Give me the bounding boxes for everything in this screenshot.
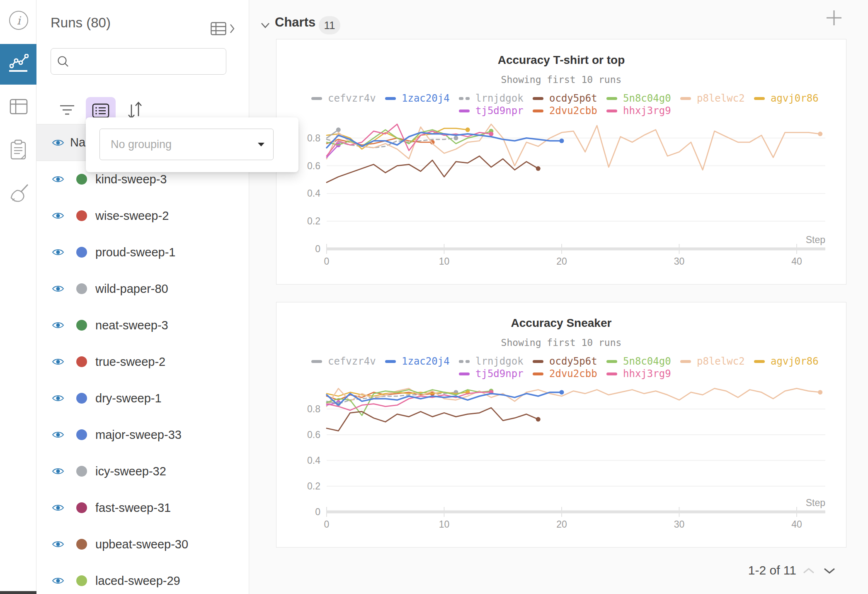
eye-icon[interactable] bbox=[52, 138, 64, 147]
chart-subtitle: Showing first 10 runs bbox=[276, 74, 846, 85]
svg-text:Step: Step bbox=[806, 497, 825, 508]
expand-runs-table-button[interactable] bbox=[211, 20, 241, 37]
line-chart-icon bbox=[10, 54, 29, 69]
clipboard-icon[interactable] bbox=[10, 139, 27, 160]
run-name: laced-sweep-29 bbox=[95, 574, 180, 588]
add-panel-button[interactable] bbox=[824, 8, 844, 27]
run-color-dot bbox=[76, 247, 87, 258]
eye-icon[interactable] bbox=[52, 175, 64, 184]
rail-bottom-bar bbox=[0, 591, 36, 594]
broom-icon[interactable] bbox=[10, 183, 29, 204]
run-row[interactable]: wise-sweep-2 bbox=[36, 197, 249, 234]
grouping-select[interactable]: No grouping bbox=[99, 129, 274, 160]
eye-icon[interactable] bbox=[52, 430, 64, 439]
legend-item[interactable]: p8lelwc2 bbox=[680, 93, 754, 104]
chevron-down-icon bbox=[823, 567, 836, 575]
charts-section-title[interactable]: Charts bbox=[275, 15, 315, 30]
chevron-down-icon[interactable] bbox=[260, 22, 270, 29]
table-icon[interactable] bbox=[10, 99, 28, 114]
filter-icon bbox=[59, 104, 75, 117]
run-color-dot bbox=[76, 466, 87, 477]
search-icon bbox=[57, 55, 69, 68]
legend-swatch bbox=[385, 360, 396, 363]
run-row[interactable]: neat-sweep-3 bbox=[36, 307, 249, 343]
run-row[interactable]: proud-sweep-1 bbox=[36, 234, 249, 270]
legend-item[interactable]: agvj0r86 bbox=[754, 355, 828, 367]
left-rail: i bbox=[0, 0, 36, 594]
run-name: neat-sweep-3 bbox=[95, 319, 168, 332]
eye-icon[interactable] bbox=[52, 394, 64, 403]
legend-run-id: cefvzr4v bbox=[328, 93, 376, 104]
eye-icon[interactable] bbox=[52, 467, 64, 476]
run-name: kind-sweep-3 bbox=[95, 173, 167, 186]
legend-run-id: agvj0r86 bbox=[771, 355, 819, 367]
legend-item[interactable]: 1zac20j4 bbox=[385, 355, 459, 367]
run-color-dot bbox=[76, 575, 87, 586]
run-row[interactable]: major-sweep-33 bbox=[36, 416, 249, 453]
legend-item[interactable]: agvj0r86 bbox=[754, 93, 828, 104]
eye-icon[interactable] bbox=[52, 576, 64, 585]
legend-item[interactable]: ocdy5p6t bbox=[533, 355, 606, 367]
legend-swatch bbox=[459, 360, 470, 363]
eye-icon[interactable] bbox=[52, 357, 64, 366]
run-row[interactable]: dry-sweep-1 bbox=[36, 380, 249, 416]
eye-icon[interactable] bbox=[52, 540, 64, 549]
svg-text:40: 40 bbox=[791, 519, 802, 530]
runs-search-input[interactable] bbox=[74, 55, 220, 68]
chevron-up-icon bbox=[802, 567, 815, 575]
legend-swatch bbox=[606, 110, 617, 112]
run-name: wise-sweep-2 bbox=[95, 209, 169, 223]
svg-text:0.6: 0.6 bbox=[307, 161, 320, 171]
run-color-dot bbox=[76, 210, 87, 221]
legend-swatch bbox=[606, 360, 617, 363]
filter-button[interactable] bbox=[57, 100, 77, 121]
run-row[interactable]: upbeat-sweep-30 bbox=[36, 526, 249, 562]
run-color-dot bbox=[76, 429, 87, 440]
legend-run-id: 1zac20j4 bbox=[402, 93, 450, 104]
legend-swatch bbox=[459, 110, 470, 112]
legend-item[interactable]: 5n8c04g0 bbox=[606, 93, 680, 104]
eye-icon[interactable] bbox=[52, 211, 64, 220]
eye-icon[interactable] bbox=[52, 248, 64, 257]
legend-item[interactable]: 5n8c04g0 bbox=[606, 355, 680, 367]
eye-icon[interactable] bbox=[52, 503, 64, 512]
page-up-button[interactable] bbox=[801, 566, 816, 577]
run-row[interactable]: laced-sweep-29 bbox=[36, 562, 249, 594]
eye-icon[interactable] bbox=[52, 321, 64, 330]
legend-item[interactable]: lrnjdgok bbox=[459, 355, 533, 367]
run-row[interactable]: icy-sweep-32 bbox=[36, 453, 249, 489]
sort-arrows-icon bbox=[126, 101, 143, 119]
info-icon[interactable]: i bbox=[9, 11, 28, 30]
legend-run-id: 5n8c04g0 bbox=[623, 355, 671, 367]
run-color-dot bbox=[76, 539, 87, 550]
page-down-button[interactable] bbox=[822, 566, 837, 577]
run-color-dot bbox=[76, 356, 87, 367]
legend-item[interactable]: cefvzr4v bbox=[311, 355, 385, 367]
legend-item[interactable]: lrnjdgok bbox=[459, 93, 533, 104]
eye-icon[interactable] bbox=[52, 284, 64, 293]
legend-item[interactable]: cefvzr4v bbox=[311, 93, 385, 104]
tab-workspace-active[interactable] bbox=[0, 44, 36, 85]
svg-text:0: 0 bbox=[324, 519, 330, 530]
chart-panel[interactable]: Accuracy T-shirt or top Showing first 10… bbox=[276, 39, 846, 285]
run-row[interactable]: true-sweep-2 bbox=[36, 343, 249, 380]
legend-item[interactable]: 1zac20j4 bbox=[385, 93, 459, 104]
legend-swatch bbox=[680, 360, 691, 363]
legend-swatch bbox=[459, 372, 470, 375]
svg-text:20: 20 bbox=[556, 256, 567, 267]
legend-item[interactable]: ocdy5p6t bbox=[533, 93, 606, 104]
chart-panel[interactable]: Accuracy Sneaker Showing first 10 runs c… bbox=[276, 302, 846, 548]
run-row[interactable]: fast-sweep-31 bbox=[36, 489, 249, 526]
legend-run-id: cefvzr4v bbox=[328, 355, 376, 367]
svg-text:0.8: 0.8 bbox=[307, 133, 320, 144]
search-box[interactable] bbox=[51, 48, 226, 75]
chart-legend-row-1: cefvzr4v1zac20j4lrnjdgokocdy5p6t5n8c04g0… bbox=[311, 93, 828, 104]
run-row[interactable]: wild-paper-80 bbox=[36, 270, 249, 307]
run-name: wild-paper-80 bbox=[95, 282, 168, 296]
line-chart: 00.20.40.60.8010203040Step bbox=[276, 113, 847, 283]
group-list-icon bbox=[92, 103, 109, 118]
legend-item[interactable]: p8lelwc2 bbox=[680, 355, 754, 367]
run-name: dry-sweep-1 bbox=[95, 392, 162, 405]
svg-text:10: 10 bbox=[439, 519, 450, 530]
run-color-dot bbox=[76, 174, 87, 185]
